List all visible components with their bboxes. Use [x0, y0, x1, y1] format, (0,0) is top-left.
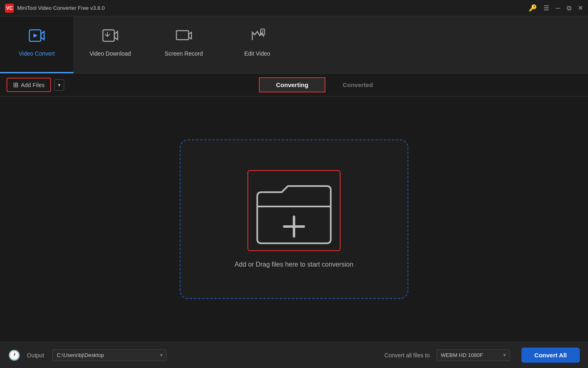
- nav-label-video-download: Video Download: [89, 50, 131, 57]
- drop-zone[interactable]: Add or Drag files here to start conversi…: [180, 139, 408, 299]
- nav-item-edit-video[interactable]: Edit Video: [220, 16, 294, 73]
- converting-tab[interactable]: Converting: [259, 77, 325, 92]
- convert-all-button[interactable]: Convert All: [521, 348, 580, 363]
- add-files-icon: ⊞: [13, 81, 18, 89]
- output-path-select[interactable]: C:\Users\bj\Desktop: [52, 349, 167, 361]
- tabs-container: Converting Converted: [259, 77, 390, 92]
- main-content: Add or Drag files here to start conversi…: [0, 96, 588, 342]
- video-download-icon: [102, 28, 118, 46]
- add-files-dropdown-button[interactable]: ▾: [54, 79, 64, 91]
- restore-button[interactable]: ⧉: [567, 5, 571, 11]
- nav-label-edit-video: Edit Video: [244, 50, 270, 57]
- toolbar: ⊞ Add Files ▾ Converting Converted: [0, 74, 588, 96]
- output-path-wrapper: C:\Users\bj\Desktop ▼: [52, 349, 167, 361]
- add-files-button[interactable]: ⊞ Add Files: [7, 78, 51, 92]
- edit-video-icon: [249, 28, 265, 46]
- nav-item-video-convert[interactable]: Video Convert: [0, 16, 74, 73]
- format-select-wrapper: WEBM HD 1080F ▼: [437, 349, 510, 361]
- nav-label-video-convert: Video Convert: [19, 50, 55, 57]
- app-title: MiniTool Video Converter Free v3.8.0: [17, 5, 529, 11]
- nav-label-screen-record: Screen Record: [165, 50, 203, 57]
- app-logo: VC: [5, 4, 14, 13]
- window-controls: 🔑 ☰ ─ ⧉ ✕: [529, 4, 583, 12]
- converted-tab[interactable]: Converted: [325, 77, 390, 92]
- nav-item-screen-record[interactable]: Screen Record: [147, 16, 220, 73]
- bottom-bar: 🕐 Output C:\Users\bj\Desktop ▼ Convert a…: [0, 342, 588, 368]
- menu-icon[interactable]: ☰: [543, 5, 549, 11]
- svg-rect-2: [176, 31, 189, 40]
- output-label: Output: [27, 352, 44, 359]
- close-button[interactable]: ✕: [578, 5, 583, 11]
- format-select[interactable]: WEBM HD 1080F: [437, 349, 510, 361]
- convert-all-files-label: Convert all files to: [384, 352, 430, 359]
- nav-item-video-download[interactable]: Video Download: [74, 16, 147, 73]
- nav-bar: Video Convert Video Download Screen Reco…: [0, 16, 588, 74]
- drop-hint-text: Add or Drag files here to start conversi…: [235, 261, 354, 268]
- folder-icon-wrapper: [247, 170, 341, 251]
- clock-icon: 🕐: [8, 350, 20, 361]
- key-icon[interactable]: 🔑: [529, 4, 537, 12]
- minimize-button[interactable]: ─: [556, 5, 560, 11]
- screen-record-icon: [176, 28, 192, 46]
- title-bar: VC MiniTool Video Converter Free v3.8.0 …: [0, 0, 588, 16]
- video-convert-icon: [29, 28, 45, 46]
- folder-add-icon: [253, 176, 335, 245]
- add-files-label: Add Files: [21, 82, 45, 88]
